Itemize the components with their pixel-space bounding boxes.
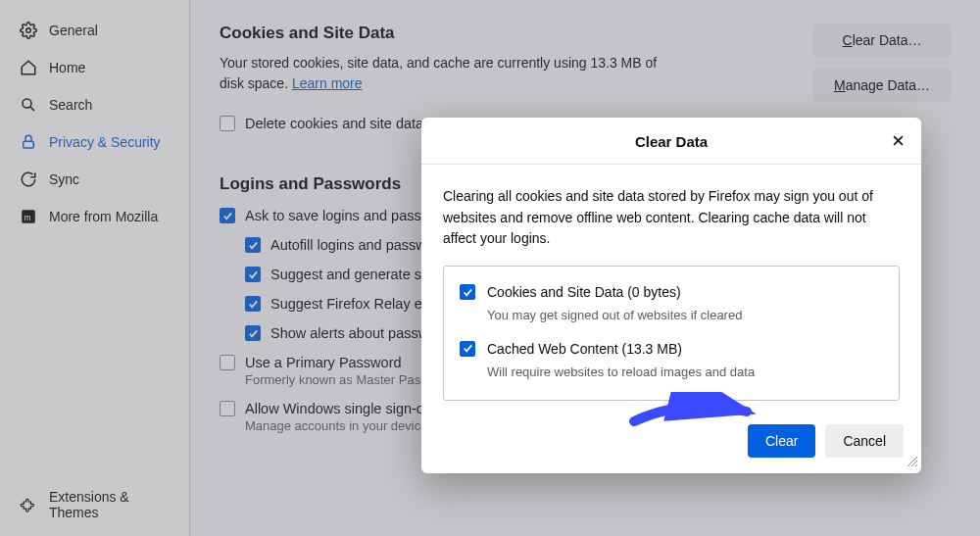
dialog-clear-button[interactable]: Clear (748, 424, 815, 458)
close-icon[interactable] (889, 131, 907, 153)
opt-cookies-title: Cookies and Site Data (0 bytes) (487, 282, 742, 304)
dialog-cancel-button[interactable]: Cancel (825, 424, 904, 458)
opt-cookies-sub: You may get signed out of websites if cl… (487, 306, 742, 325)
dialog-options-panel: Cookies and Site Data (0 bytes) You may … (443, 266, 900, 401)
dialog-title: Clear Data (635, 133, 708, 150)
dialog-header: Clear Data (421, 118, 921, 165)
dialog-body-text: Clearing all cookies and site data store… (443, 186, 900, 250)
opt-cache-checkbox[interactable] (460, 341, 475, 357)
opt-cache-sub: Will require websites to reload images a… (487, 363, 755, 382)
opt-cache-title: Cached Web Content (13.3 MB) (487, 339, 755, 361)
clear-data-dialog: Clear Data Clearing all cookies and site… (421, 118, 921, 473)
resize-grip-icon[interactable] (906, 454, 917, 469)
svg-line-10 (915, 464, 917, 466)
opt-cookies-checkbox[interactable] (460, 284, 475, 300)
